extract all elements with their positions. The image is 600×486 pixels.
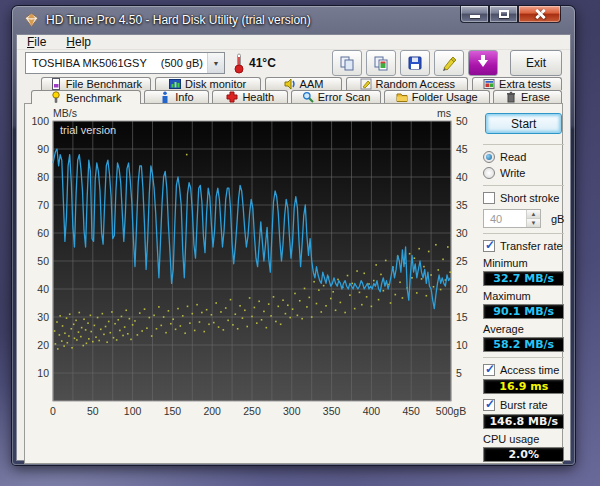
minimize-icon xyxy=(470,15,480,18)
benchmark-controls: Start Read Write Short stroke xyxy=(479,107,572,463)
tab-label: AAM xyxy=(300,78,324,90)
info-icon xyxy=(159,91,171,103)
app-window: HD Tune Pro 4.50 - Hard Disk Utility (tr… xyxy=(12,6,575,465)
svg-text:20: 20 xyxy=(456,283,468,295)
svg-text:80: 80 xyxy=(37,171,49,183)
save-button[interactable] xyxy=(400,50,430,76)
menu-help[interactable]: Help xyxy=(66,35,91,49)
burst-rate-checkbox[interactable] xyxy=(483,399,495,411)
svg-text:40: 40 xyxy=(456,171,468,183)
svg-text:90: 90 xyxy=(37,143,49,155)
svg-text:60: 60 xyxy=(37,227,49,239)
short-stroke-size-input[interactable]: 40 ▲ ▼ xyxy=(483,209,541,228)
dropdown-arrow-icon[interactable]: ▼ xyxy=(207,53,224,73)
tab-label: File Benchmark xyxy=(66,78,142,90)
short-stroke-unit: gB xyxy=(551,213,564,225)
svg-text:10: 10 xyxy=(456,339,468,351)
svg-text:45: 45 xyxy=(456,143,468,155)
close-icon xyxy=(535,9,545,19)
extra-tests-icon xyxy=(483,78,495,90)
short-stroke-row[interactable]: Short stroke xyxy=(483,192,564,204)
maximize-icon xyxy=(499,10,509,18)
spinner: ▲ ▼ xyxy=(526,210,540,227)
spin-up-icon[interactable]: ▲ xyxy=(527,210,540,219)
tab-extra-tests[interactable]: Extra tests xyxy=(472,77,562,90)
start-button[interactable]: Start xyxy=(485,113,562,134)
save-icon xyxy=(407,55,423,71)
tab-label: Disk monitor xyxy=(185,78,246,90)
close-button[interactable] xyxy=(518,6,561,23)
svg-text:450: 450 xyxy=(402,405,420,417)
minimize-button[interactable] xyxy=(460,6,489,23)
maximum-value: 90.1 MB/s xyxy=(483,304,564,319)
copy-image-button[interactable] xyxy=(366,50,396,76)
tab-disk-monitor[interactable]: Disk monitor xyxy=(155,77,261,90)
separator xyxy=(483,144,564,145)
short-stroke-checkbox[interactable] xyxy=(483,192,495,204)
disk-monitor-icon xyxy=(169,78,181,90)
tab-health[interactable]: Health xyxy=(212,90,288,103)
tab-info[interactable]: Info xyxy=(144,90,210,103)
tab-error-scan[interactable]: Error Scan xyxy=(291,90,380,103)
client-area: File Help TOSHIBA MK5061GSY (500 gB) ▼ 4… xyxy=(16,34,571,461)
tab-label: Error Scan xyxy=(318,91,371,103)
folder-usage-icon xyxy=(396,91,408,103)
download-icon xyxy=(478,60,488,67)
error-scan-icon xyxy=(302,91,314,103)
access-time-row[interactable]: Access time xyxy=(483,364,564,376)
read-radio-row[interactable]: Read xyxy=(483,151,564,163)
separator xyxy=(483,357,564,358)
tab-aam[interactable]: AAM xyxy=(265,77,343,90)
temperature-value: 41°C xyxy=(249,56,276,70)
tab-folder-usage[interactable]: Folder Usage xyxy=(384,90,490,103)
copy-button[interactable] xyxy=(332,50,362,76)
burst-rate-row[interactable]: Burst rate xyxy=(483,399,564,411)
transfer-rate-row[interactable]: Transfer rate xyxy=(483,240,564,252)
tab-benchmark[interactable]: Benchmark xyxy=(31,90,141,104)
svg-text:400: 400 xyxy=(363,405,381,417)
short-stroke-label: Short stroke xyxy=(500,192,559,204)
svg-text:500gB: 500gB xyxy=(436,405,466,417)
menu-file[interactable]: File xyxy=(27,35,46,49)
burst-rate-label: Burst rate xyxy=(500,399,548,411)
download-button[interactable] xyxy=(468,50,498,76)
random-access-icon xyxy=(360,78,372,90)
access-time-value: 16.9 ms xyxy=(483,379,564,394)
tab-label: Health xyxy=(242,91,274,103)
exit-button[interactable]: Exit xyxy=(510,50,562,76)
drive-select[interactable]: TOSHIBA MK5061GSY (500 gB) ▼ xyxy=(25,52,225,74)
write-radio[interactable] xyxy=(483,167,495,179)
transfer-rate-checkbox[interactable] xyxy=(483,240,495,252)
maximize-button[interactable] xyxy=(489,6,518,23)
tab-erase[interactable]: Erase xyxy=(493,90,562,103)
spin-down-icon[interactable]: ▼ xyxy=(527,219,540,227)
svg-text:ms: ms xyxy=(437,107,451,119)
svg-text:trial version: trial version xyxy=(60,124,116,136)
tab-random-access[interactable]: Random Access xyxy=(346,77,468,90)
svg-text:20: 20 xyxy=(37,339,49,351)
read-radio[interactable] xyxy=(483,151,495,163)
erase-icon xyxy=(505,91,517,103)
svg-text:50: 50 xyxy=(456,115,468,127)
benchmark-chart: MB/sms1020304050607080901005101520253035… xyxy=(27,107,479,463)
toolbar: TOSHIBA MK5061GSY (500 gB) ▼ 41°C xyxy=(17,50,570,76)
svg-text:MB/s: MB/s xyxy=(53,107,77,119)
menu-bar: File Help xyxy=(17,35,570,50)
transfer-rate-label: Transfer rate xyxy=(500,240,563,252)
tab-row-secondary: File Benchmark Disk monitor xyxy=(17,76,570,90)
svg-text:350: 350 xyxy=(323,405,341,417)
tab-file-benchmark[interactable]: File Benchmark xyxy=(41,77,151,90)
write-label: Write xyxy=(500,167,525,179)
benchmark-icon xyxy=(50,91,62,104)
svg-text:25: 25 xyxy=(456,255,468,267)
svg-text:5: 5 xyxy=(456,367,462,379)
screenshot-button[interactable] xyxy=(434,50,464,76)
access-time-checkbox[interactable] xyxy=(483,364,495,376)
svg-text:50: 50 xyxy=(87,405,99,417)
copy-icon xyxy=(339,55,355,71)
short-stroke-size-value[interactable]: 40 xyxy=(484,210,526,227)
svg-text:100: 100 xyxy=(124,405,142,417)
thermometer-icon xyxy=(233,52,245,74)
write-radio-row[interactable]: Write xyxy=(483,167,564,179)
file-benchmark-icon xyxy=(50,78,62,90)
